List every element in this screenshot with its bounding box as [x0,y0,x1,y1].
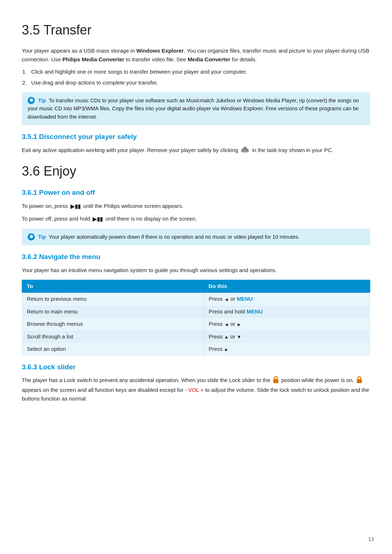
tip-icon-1: ✱ [28,97,35,104]
left-arrow-2: ◄ [224,321,229,328]
tip-box-2: ✱ Tip Your player automatically powers d… [22,229,370,245]
svg-rect-4 [357,379,362,383]
svg-rect-2 [242,151,248,152]
tip-label-2: Tip [38,234,46,240]
transfer-steps: Click and highlight one or more songs to… [28,67,370,87]
tip-icon-2: ✱ [28,233,35,241]
left-arrow-1: ◄ [224,296,229,303]
play-pause-icon-1: ▶▮▮ [70,202,81,211]
lock-closed-icon-1 [273,376,279,386]
table-cell-instruction-3: Press ◄ or ► [204,318,370,331]
vol-label: - VOL + [185,387,204,393]
table-cell-action-4: Scroll through a list [22,331,204,343]
section-363-text: The player has a Lock switch to prevent … [22,376,370,403]
tip-text-2: Your player automatically powers down if… [49,234,299,240]
table-row: Return to previous menu Press ◄ or MENU [22,293,370,305]
table-cell-action-2: Return to main menu [22,305,204,318]
table-cell-action-5: Select an option [22,343,204,356]
table-cell-action-1: Return to previous menu [22,293,204,305]
table-cell-instruction-4: Press ▲ or ▼ [204,331,370,343]
svg-marker-1 [242,146,248,149]
section-36-title: 3.6 Enjoy [22,161,370,181]
section-351-text: Exit any active application working with… [22,146,370,155]
section-363-title: 3.6.3 Lock slider [22,362,370,373]
down-arrow: ▼ [237,333,241,341]
section-35-intro: Your player appears as a USB mass storag… [22,46,370,64]
section-36: 3.6 Enjoy 3.6.1 Power on and off To powe… [22,161,370,403]
section-351-title: 3.5.1 Disconnect your player safely [22,132,370,142]
table-header-to: To [22,280,204,293]
right-arrow-1: ► [237,321,241,328]
table-row: Scroll through a list Press ▲ or ▼ [22,331,370,343]
section-35-title: 3.5 Transfer [22,20,370,40]
table-cell-instruction-2: Press and hold MENU [204,305,370,318]
table-row: Browse through menus Press ◄ or ► [22,318,370,331]
menu-label-2: MENU [246,308,262,315]
table-header-row: To Do this [22,280,370,293]
section-362-text: Your player has an intuitive menu naviga… [22,266,370,275]
table-cell-instruction-1: Press ◄ or MENU [204,293,370,305]
up-arrow: ▲ [224,333,229,341]
table-cell-instruction-5: Press ► [204,343,370,356]
section-362-title: 3.6.2 Navigate the menu [22,252,370,262]
tip-box-1: ✱ Tip To transfer music CDs to your play… [22,92,370,125]
table-row: Return to main menu Press and hold MENU [22,305,370,318]
svg-rect-3 [273,379,278,383]
table-header-do: Do this [204,280,370,293]
power-on-text: To power on, press ▶▮▮ until the Philips… [22,202,370,211]
transfer-step-2: Use drag and drop actions to complete yo… [28,78,370,87]
menu-label-1: MENU [237,296,253,302]
navigation-table: To Do this Return to previous menu Press… [22,280,370,356]
power-off-text: To power off, press and hold ▶▮▮ until t… [22,214,370,223]
right-arrow-2: ► [224,346,229,353]
table-cell-action-3: Browse through menus [22,318,204,331]
tip-text-1: To transfer music CDs to your player use… [28,98,359,120]
section-35: 3.5 Transfer Your player appears as a US… [22,20,370,155]
play-pause-icon-2: ▶▮▮ [93,215,103,223]
table-row: Select an option Press ► [22,343,370,356]
transfer-step-1: Click and highlight one or more songs to… [28,67,370,76]
tip-label-1: Tip [38,98,46,103]
lock-closed-icon-2 [356,376,363,386]
usb-eject-icon [241,146,249,155]
section-361-title: 3.6.1 Power on and off [22,188,370,198]
